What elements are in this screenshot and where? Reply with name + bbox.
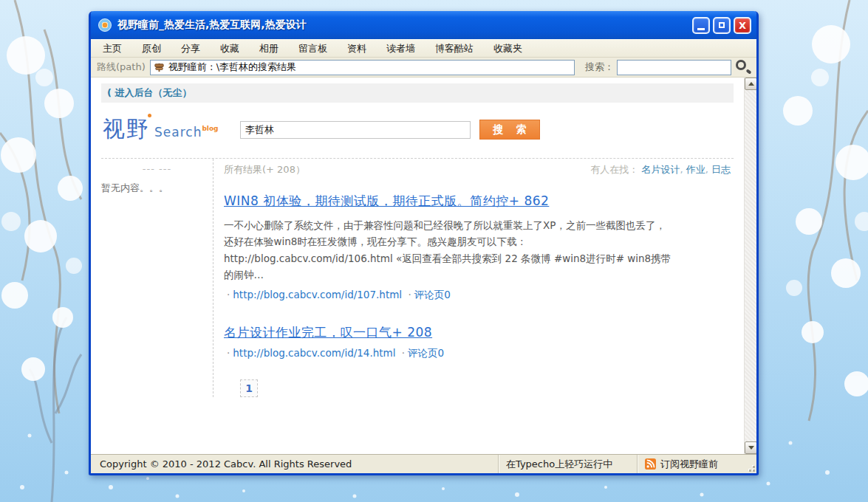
search-result-item: WIN8 初体验，期待测试版，期待正式版。简约控+ 862 一不小心删除了系统文… [224, 193, 731, 302]
result-comments-link[interactable]: 评论页0 [414, 289, 451, 300]
magnifier-handle [746, 69, 752, 74]
scroll-down-icon [748, 446, 754, 450]
nav-item-profile[interactable]: 资料 [347, 42, 366, 55]
hot-searches-label: 有人在找： [590, 164, 638, 175]
scroll-up-icon [748, 82, 754, 86]
footer-subscribe[interactable]: 订阅视野瞳前 [637, 455, 746, 473]
resize-grip[interactable] [746, 455, 756, 473]
toolbar-search-button[interactable] [734, 58, 752, 76]
footer-runtime-text[interactable]: 在Typecho上轻巧运行中 [506, 458, 612, 471]
scroll-up-button[interactable] [745, 78, 756, 90]
main-nav: 主页 原创 分享 收藏 相册 留言板 资料 读者墙 博客酷站 收藏夹 [91, 39, 756, 58]
page-number-1[interactable]: 1 [240, 379, 258, 397]
nav-item-favorites[interactable]: 收藏夹 [493, 42, 522, 55]
minimize-button[interactable] [692, 17, 710, 34]
close-icon: X [739, 21, 746, 30]
nav-item-album[interactable]: 相册 [259, 42, 278, 55]
rss-icon [645, 458, 656, 470]
results-summary: 所有结果(+ 208） [224, 163, 305, 176]
search-result-item: 名片设计作业完工，叹一口气+ 208 ·http://blog.cabcv.co… [224, 324, 731, 360]
hot-link-business-card[interactable]: 名片设计 [641, 164, 680, 175]
result-title-link[interactable]: 名片设计作业完工，叹一口气+ 208 [224, 324, 432, 341]
magnifier-icon [736, 60, 746, 70]
results-column: 所有结果(+ 208） 有人在找： 名片设计, 作业, 日志 WIN8 初体验，… [213, 159, 734, 397]
scroll-down-button[interactable] [745, 441, 756, 454]
path-breadcrumb[interactable]: 视野瞳前：\李哲林的搜索结果 [150, 60, 575, 75]
logo-superscript: blog [202, 125, 218, 132]
nav-item-blogroll[interactable]: 博客酷站 [435, 42, 474, 55]
footer: Copyright © 2010 - 2012 Cabcv. All Right… [91, 454, 756, 473]
pagination: 1 [240, 379, 731, 397]
sidebar: --- --- 暂无内容。。。 [101, 159, 213, 397]
result-url-link[interactable]: http://blog.cabcv.com/id/107.html [233, 289, 402, 300]
logo-chinese: 视野 [103, 114, 150, 145]
app-logo-icon [98, 18, 112, 32]
masthead: 视野 Search blog 搜 索 [101, 103, 734, 159]
nav-item-share[interactable]: 分享 [181, 42, 200, 55]
hot-searches: 有人在找： 名片设计, 作业, 日志 [590, 163, 731, 176]
nav-item-collect[interactable]: 收藏 [220, 42, 239, 55]
toolbar-search-input[interactable] [617, 60, 731, 75]
sidebar-empty-text: 暂无内容。。。 [101, 182, 213, 195]
site-search-input[interactable] [240, 121, 471, 139]
result-excerpt: 一不小心删除了系统文件，由于兼容性问题和已经很晚了所以就重装上了XP，之前一些截… [224, 217, 671, 283]
window-titlebar[interactable]: 视野瞳前_热爱生活,热爱互联网,热爱设计 X [91, 11, 756, 39]
site-search-button[interactable]: 搜 索 [479, 120, 540, 140]
hot-link-homework[interactable]: 作业 [686, 164, 705, 175]
toolbar-search-label: 搜索： [585, 61, 614, 74]
sidebar-divider-dashes: --- --- [101, 163, 213, 174]
vertical-scrollbar[interactable] [744, 78, 756, 454]
minimize-icon [697, 28, 705, 30]
signpost-icon [154, 62, 165, 73]
result-meta-links: ·http://blog.cabcv.com/id/14.html ·评论页0 [224, 347, 731, 360]
result-comments-link[interactable]: 评论页0 [408, 347, 444, 359]
app-window: 视野瞳前_热爱生活,热爱互联网,热爱设计 X 主页 原创 分享 收藏 相册 留言… [89, 11, 759, 475]
result-url-link[interactable]: http://blog.cabcv.com/id/14.html [233, 347, 395, 359]
restore-button[interactable] [713, 17, 731, 34]
logo-english: Search [154, 125, 202, 140]
restore-icon [719, 22, 725, 28]
window-title: 视野瞳前_热爱生活,热爱互联网,热爱设计 [117, 18, 689, 32]
admin-login-bar[interactable]: ( 进入后台（无尘） [101, 83, 734, 103]
nav-item-original[interactable]: 原创 [142, 42, 161, 55]
hot-link-diary[interactable]: 日志 [711, 164, 731, 175]
result-title-link[interactable]: WIN8 初体验，期待测试版，期待正式版。简约控+ 862 [224, 193, 549, 210]
breadcrumb-text: 视野瞳前：\李哲林的搜索结果 [168, 61, 296, 74]
site-logo[interactable]: 视野 Search blog [103, 114, 240, 145]
path-label: 路线(path) [97, 61, 146, 74]
close-button[interactable]: X [734, 17, 751, 34]
nav-item-home[interactable]: 主页 [103, 42, 122, 55]
nav-item-readers[interactable]: 读者墙 [386, 42, 415, 55]
footer-runtime: 在Typecho上轻巧运行中 [498, 455, 637, 473]
footer-subscribe-link[interactable]: 订阅视野瞳前 [660, 458, 718, 471]
admin-login-link[interactable]: ( 进入后台（无尘） [107, 87, 191, 98]
nav-item-guestbook[interactable]: 留言板 [298, 42, 327, 55]
logo-dot-icon [148, 114, 151, 117]
result-meta-links: ·http://blog.cabcv.com/id/107.html ·评论页0 [224, 289, 731, 302]
page-content-area: ( 进入后台（无尘） 视野 Search blog 搜 索 --- --- 暂无… [91, 78, 756, 454]
footer-copyright: Copyright © 2010 - 2012 Cabcv. All Right… [91, 455, 498, 473]
path-toolbar: 路线(path) 视野瞳前：\李哲林的搜索结果 搜索： [91, 58, 756, 78]
